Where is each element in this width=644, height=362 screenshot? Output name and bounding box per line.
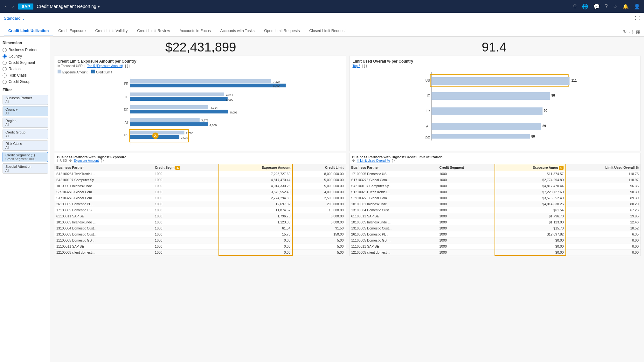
right-table-row: 12100005 client domesti...1000$0.000.00 [350,249,641,256]
svg-rect-3 [130,84,286,87]
search-icon[interactable]: ⚲ [573,3,577,10]
svg-text:2.: 2. [154,134,157,138]
left-chart-subtitle: in Thousand USD | Top 5 (Exposure Amount… [58,64,343,68]
sidebar-item-credit-segment[interactable]: Credit Segment [3,60,48,65]
right-table-cell: 11100005 Domestic GB ... [350,237,438,243]
sidebar-label-risk-class: Risk Class [9,73,27,78]
help-icon[interactable]: ? [605,3,608,9]
tab-credit-limit-review[interactable]: Credit Limit Review [133,26,174,36]
left-table-cell: 1000 [153,243,219,249]
top-icons: ⚲ 🌐 💬 ? ☆ 🔔 👤 [573,3,640,10]
left-table-cell: 13100004 Domestic Cust... [54,225,153,231]
left-table-cell: 1,796.70 [219,213,293,219]
left-chart-panel: Credit Limit, Exposure Amount per Countr… [54,56,346,151]
svg-text:2,786: 2,786 [186,132,193,135]
standard-btn[interactable]: Standard ⌄ [4,16,25,21]
right-table-cell: S42100197 Computer Sy... [350,183,438,189]
sidebar-item-region[interactable]: Region [3,67,48,71]
filter-title: Filter [3,88,48,92]
left-chart-filter-link[interactable]: Top 5 (Exposure Amount) [87,64,123,68]
settings-icon[interactable]: ⚙ [69,159,72,162]
right-table-row: 61100011 SAP SE1000$1,796.7029.95 [350,213,641,219]
globe-icon[interactable]: 🌐 [582,3,588,10]
tab-accounts-in-focus[interactable]: Accounts in Focus [175,26,215,36]
right-table-cell: 1000 [437,195,495,201]
left-table-cell: 1000 [153,177,219,183]
left-table-row: 10100005 Inlandskunde ...10001,123.005,0… [54,219,346,225]
svg-rect-18 [130,122,208,126]
tab-closed-limit-requests[interactable]: Closed Limit Requests [305,26,352,36]
sidebar-label-region: Region [9,67,21,71]
right-bar-chart: 1. US 111 IE 96 FR 90 AT 89 [353,72,638,142]
svg-rect-2 [130,79,271,83]
right-table-cell: $4,014,330.26 [495,201,566,207]
settings-icon-r[interactable]: ⚙ [352,159,355,162]
svg-text:FR: FR [426,109,430,113]
filter-special-attention[interactable]: Special Attention All [3,163,48,174]
right-table-cell: $1,123.00 [495,219,566,225]
right-table-cell: $61.54 [495,207,566,213]
filter-icon[interactable]: ▦ [636,29,640,34]
tab-credit-limit-utilization[interactable]: Credit Limit Utilization [4,26,53,36]
user-icon[interactable]: 👤 [634,3,640,10]
col-ea: Exposure Amount [219,164,293,171]
right-table-cell: $1,796.70 [495,213,566,219]
left-table-cell: S39103276 Global Com... [54,189,153,195]
top-bar: ‹ › SAP Credit Management Reporting ▾ ⚲ … [0,0,644,13]
refresh-icon[interactable]: ↻ [623,29,627,34]
left-table-cell: 0.00 [219,249,293,256]
right-table-cell: 1000 [437,243,495,249]
left-table-cell: 8,000,000.00 [293,171,345,177]
forward-button[interactable]: › [11,3,15,10]
fullscreen-icon[interactable]: ⛶ [635,16,640,21]
sidebar-item-risk-class[interactable]: Risk Class [3,73,48,78]
left-table-cell: 5,000,000.00 [293,183,345,189]
filter-credit-segment[interactable]: Credit Segment (1) Credit Segment 1000 [3,152,48,162]
left-table-cell: 17100005 Domestic US ... [54,207,153,213]
left-table-cell: S17103276 Global Com... [54,195,153,201]
tab-accounts-with-tasks[interactable]: Accounts with Tasks [216,26,259,36]
svg-text:80: 80 [531,135,535,138]
sidebar-item-business-partner[interactable]: Business Partner [3,48,48,52]
left-table-cell: 0.00 [219,243,293,249]
left-table-cell: S12100251 TechTronic I... [54,171,153,177]
kpi-left-value: $22,431,899 [57,40,344,54]
right-table-header: Business Partners with Highest Credit Li… [350,153,641,164]
left-table-row: 13100005 Domestic Cust...100015.78150.00 [54,231,346,237]
left-table-row: 61100011 SAP SE10001,796.706,000.00 [54,213,346,219]
filter-risk-class[interactable]: Risk Class All [3,140,48,151]
sidebar-item-credit-group[interactable]: Credit Group [3,79,48,84]
right-table: Business Partner Credit Segment Exposure… [350,164,641,256]
filter-country[interactable]: Country All [3,106,48,116]
back-button[interactable]: ‹ [4,3,8,10]
chat-icon[interactable]: 💬 [593,3,600,10]
right-chart-panel: Limit Used Overall % per Country Top 5 |… [349,56,641,151]
left-table-cell: 12100005 client domesti... [54,249,153,256]
left-table-row: S17103276 Global Com...10002,774,294.802… [54,195,346,201]
left-table-cell: 1000 [153,201,219,207]
right-table-sort-link[interactable]: ▽ Limit Used Overall % [357,159,390,162]
tab-credit-exposure[interactable]: Credit Exposure [54,26,90,36]
left-table-cell: S42100197 Computer Sy... [54,177,153,183]
tab-credit-limit-validity[interactable]: Credit Limit Validity [91,26,132,36]
right-chart-link[interactable]: Top 5 [353,64,360,68]
left-table-cell: 11100005 Domestic GB ... [54,237,153,243]
left-table-sort-link[interactable]: Exposure Amount [74,159,99,162]
left-table-cell: 12,697.82 [219,201,293,207]
right-table-cell: 110.97 [566,177,641,183]
sidebar-label-credit-segment: Credit Segment [9,60,35,65]
right-table-subtitle: ⚙ ▽ Limit Used Overall % { } [352,159,638,162]
kpi-row: $22,431,899 91.4 [51,37,644,56]
code-icon[interactable]: { } [629,29,634,34]
left-table-cell: 7,223,727.60 [219,171,293,177]
left-table-row: S12100251 TechTronic I...10007,223,727.6… [54,171,346,177]
filter-region[interactable]: Region All [3,118,48,128]
filter-business-partner[interactable]: Business Partner All [3,95,48,105]
tab-open-limit-requests[interactable]: Open Limit Requests [260,26,304,36]
svg-text:AT: AT [426,125,430,128]
feedback-icon[interactable]: ☆ [613,3,617,10]
filter-credit-group[interactable]: Credit Group All [3,129,48,139]
right-table-cell: 10100005 Inlandskunde ... [350,219,438,225]
bell-icon[interactable]: 🔔 [622,3,629,10]
sidebar-item-country[interactable]: Country [3,54,48,58]
